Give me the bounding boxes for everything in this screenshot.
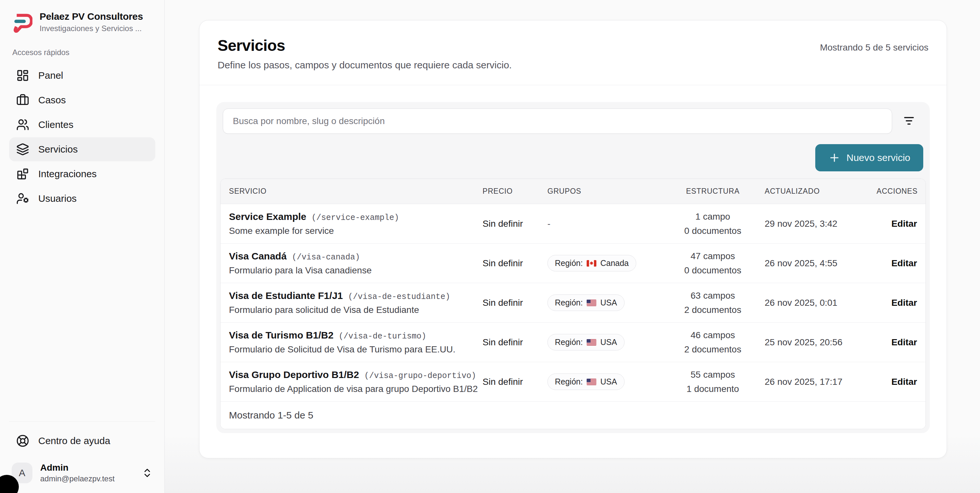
sidebar-item-label: Servicios <box>38 144 78 155</box>
plus-icon <box>828 152 840 164</box>
table-row: Visa Canadá(/visa-canada)Formulario para… <box>221 244 926 283</box>
price-cell: Sin definir <box>482 258 544 268</box>
blocks-icon <box>16 168 29 181</box>
dashboard-icon <box>16 69 29 82</box>
group-placeholder: - <box>547 219 550 229</box>
flag-ca-icon <box>587 260 597 266</box>
fields-count: 47 campos <box>691 251 735 262</box>
filter-lines-icon <box>902 114 915 128</box>
life-buoy-icon <box>16 434 29 447</box>
service-cell: Visa Grupo Deportivo B1/B2(/visa-grupo-d… <box>229 363 479 400</box>
region-name: USA <box>600 338 617 347</box>
table-footer: Mostrando 1-5 de 5 <box>221 402 926 429</box>
documents-count: 2 documentos <box>684 344 741 355</box>
groups-cell: Región:Canada <box>547 255 661 271</box>
actions-cell: Editar <box>877 219 917 229</box>
edit-link[interactable]: Editar <box>891 258 917 268</box>
sidebar-item-panel[interactable]: Panel <box>9 63 155 87</box>
structure-cell: 46 campos2 documentos <box>664 330 761 355</box>
pagination-summary: Mostrando 1-5 de 5 <box>229 410 313 421</box>
user-menu[interactable]: A Admin admin@pelaezpv.test <box>9 463 155 483</box>
service-name: Visa de Estudiante F1/J1 <box>229 290 343 301</box>
actions-row: Nuevo servicio <box>220 137 926 176</box>
fields-count: 1 campo <box>695 211 730 222</box>
new-service-button[interactable]: Nuevo servicio <box>815 144 923 171</box>
actions-cell: Editar <box>877 258 917 268</box>
sidebar-item-label: Casos <box>38 95 66 106</box>
edit-link[interactable]: Editar <box>891 337 917 347</box>
layers-icon <box>16 143 29 156</box>
company-tagline: Investigaciones y Servicios ... <box>40 24 143 33</box>
region-name: Canada <box>600 258 629 268</box>
service-description: Formulario para solicitud de Visa de Est… <box>229 305 479 315</box>
filter-button[interactable] <box>892 108 926 134</box>
price-cell: Sin definir <box>482 377 544 387</box>
groups-cell: Región:USA <box>547 374 661 390</box>
region-name: USA <box>600 298 617 308</box>
updated-cell: 26 nov 2025, 17:17 <box>765 377 873 387</box>
service-name: Visa Grupo Deportivo B1/B2 <box>229 369 359 380</box>
sidebar-item-label: Panel <box>38 70 63 81</box>
services-card: Servicios Define los pasos, campos y doc… <box>199 20 947 458</box>
table-row: Service Example(/service-example)Some ex… <box>221 204 926 244</box>
user-cog-icon <box>16 192 29 205</box>
table-header-row: ServicioPrecioGruposEstructuraActualizad… <box>221 179 926 204</box>
company-logo <box>11 11 32 33</box>
flag-us-icon <box>587 300 597 306</box>
table-row: Visa Grupo Deportivo B1/B2(/visa-grupo-d… <box>221 362 926 402</box>
sidebar-item-casos[interactable]: Casos <box>9 88 155 112</box>
region-badge: Región:USA <box>547 374 625 390</box>
structure-cell: 63 campos2 documentos <box>664 290 761 315</box>
edit-link[interactable]: Editar <box>891 219 917 229</box>
service-name: Visa de Turismo B1/B2 <box>229 330 333 341</box>
edit-link[interactable]: Editar <box>891 298 917 308</box>
app-root: Pelaez PV Consultores Investigaciones y … <box>0 0 980 493</box>
updated-cell: 25 nov 2025, 20:56 <box>765 337 873 347</box>
column-header-actualizado: Actualizado <box>765 187 873 196</box>
price-cell: Sin definir <box>482 298 544 308</box>
sidebar-section-label: Accesos rápidos <box>12 48 155 57</box>
region-label: Región: <box>555 377 583 387</box>
documents-count: 1 documento <box>687 384 739 394</box>
service-cell: Visa Canadá(/visa-canada)Formulario para… <box>229 245 479 282</box>
results-summary: Mostrando 5 de 5 servicios <box>820 43 928 53</box>
sidebar-item-label: Integraciones <box>38 168 97 179</box>
edit-link[interactable]: Editar <box>891 377 917 387</box>
user-email: admin@pelaezpv.test <box>40 474 115 483</box>
search-row <box>220 106 926 137</box>
updated-cell: 26 nov 2025, 4:55 <box>765 258 873 268</box>
documents-count: 0 documentos <box>684 265 741 276</box>
service-cell: Visa de Estudiante F1/J1(/visa-de-estudi… <box>229 284 479 321</box>
fields-count: 55 campos <box>691 369 735 380</box>
structure-cell: 1 campo0 documentos <box>664 211 761 236</box>
table-row: Visa de Turismo B1/B2(/visa-de-turismo)F… <box>221 323 926 362</box>
flag-us-icon <box>587 379 597 385</box>
region-badge: Región:USA <box>547 334 625 350</box>
groups-cell: - <box>547 219 661 229</box>
service-slug: (/visa-de-estudiante) <box>348 292 450 301</box>
sidebar-item-label: Usuarios <box>38 193 76 204</box>
table-body: Service Example(/service-example)Some ex… <box>221 204 926 402</box>
company-name: Pelaez PV Consultores <box>40 11 143 22</box>
service-slug: (/service-example) <box>312 213 399 222</box>
sidebar-item-integraciones[interactable]: Integraciones <box>9 162 155 186</box>
filters-panel: Nuevo servicio ServicioPrecioGruposEstru… <box>216 102 930 433</box>
actions-cell: Editar <box>877 337 917 347</box>
service-cell: Visa de Turismo B1/B2(/visa-de-turismo)F… <box>229 324 479 360</box>
price-cell: Sin definir <box>482 337 544 347</box>
service-slug: (/visa-canada) <box>292 253 360 262</box>
service-slug: (/visa-de-turismo) <box>339 332 426 341</box>
sidebar-item-usuarios[interactable]: Usuarios <box>9 187 155 211</box>
sidebar-item-servicios[interactable]: Servicios <box>9 137 155 161</box>
updated-cell: 29 nov 2025, 3:42 <box>765 219 873 229</box>
structure-cell: 55 campos1 documento <box>664 369 761 394</box>
main-area: Servicios Define los pasos, campos y doc… <box>165 0 980 493</box>
service-name: Visa Canadá <box>229 251 287 262</box>
service-name: Service Example <box>229 211 307 222</box>
sidebar-item-help-center[interactable]: Centro de ayuda <box>9 429 155 453</box>
sidebar-item-clientes[interactable]: Clientes <box>9 113 155 137</box>
page-subtitle: Define los pasos, campos y documentos qu… <box>218 60 512 71</box>
column-header-acciones: Acciones <box>877 187 917 196</box>
region-name: USA <box>600 377 617 387</box>
search-input[interactable] <box>223 108 892 134</box>
